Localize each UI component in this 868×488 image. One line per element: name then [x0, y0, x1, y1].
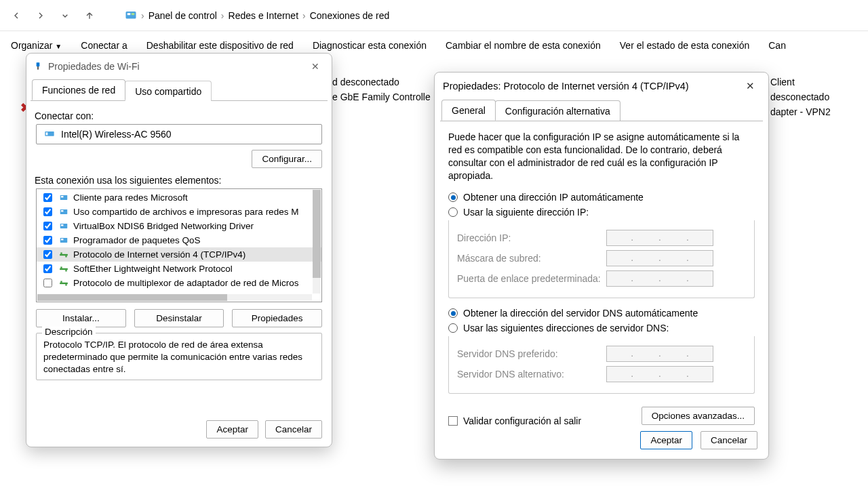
- component-label: SoftEther Lightweight Network Protocol: [73, 264, 233, 274]
- uninstall-button[interactable]: Desinstalar: [134, 309, 224, 327]
- components-list[interactable]: Cliente para redes MicrosoftUso comparti…: [36, 188, 322, 302]
- component-row[interactable]: Cliente para redes Microsoft: [37, 190, 321, 205]
- adapter-field: Intel(R) Wireless-AC 9560: [36, 124, 322, 144]
- dialog-title: Propiedades de Wi-Fi: [48, 61, 140, 72]
- ipv4-dialog-title: Propiedades: Protocolo de Internet versi…: [443, 81, 689, 92]
- tab-sharing[interactable]: Uso compartido: [125, 81, 212, 101]
- component-checkbox[interactable]: [43, 264, 52, 273]
- service-icon: [58, 207, 69, 217]
- protocol-icon: [58, 250, 69, 260]
- ipv4-cancel-button[interactable]: Cancelar: [701, 431, 757, 449]
- install-button[interactable]: Instalar...: [36, 309, 126, 327]
- input-dns-alternate: ...: [606, 366, 713, 382]
- svg-rect-14: [61, 239, 64, 240]
- svg-rect-2: [132, 13, 135, 15]
- scrollbar-thumb-horizontal[interactable]: [37, 294, 227, 301]
- tab-general[interactable]: General: [441, 100, 496, 121]
- input-dns-preferred: ...: [606, 346, 713, 362]
- component-checkbox[interactable]: [43, 193, 52, 202]
- crumb-network-connections[interactable]: Conexiones de red: [310, 10, 390, 21]
- checkbox-icon: [448, 416, 458, 426]
- advanced-options-button[interactable]: Opciones avanzadas...: [642, 407, 755, 425]
- protocol-icon: [58, 279, 69, 288]
- up-button[interactable]: [80, 6, 99, 25]
- input-gateway: ...: [606, 270, 713, 287]
- component-label: Uso compartido de archivos e impresoras …: [73, 207, 298, 217]
- input-ip-address: ...: [606, 230, 713, 246]
- radio-manual-ip[interactable]: Usar la siguiente dirección IP:: [448, 207, 755, 218]
- connect-using-label: Conectar con:: [35, 110, 323, 121]
- radio-dot-icon: [448, 323, 458, 333]
- svg-rect-20: [65, 270, 66, 271]
- component-row[interactable]: VirtualBox NDIS6 Bridged Networking Driv…: [37, 219, 321, 233]
- toolbar-disable-device[interactable]: Deshabilitar este dispositivo de red: [146, 40, 294, 51]
- svg-rect-8: [61, 196, 64, 197]
- back-button[interactable]: [7, 6, 26, 25]
- nic-icon: [43, 129, 56, 140]
- service-icon: [58, 222, 69, 231]
- history-dropdown[interactable]: [56, 6, 75, 25]
- manual-dns-group: Servidor DNS preferido: ... Servidor DNS…: [448, 336, 755, 394]
- toolbar-status[interactable]: Ver el estado de esta conexión: [620, 40, 749, 51]
- label-dns-preferred: Servidor DNS preferido:: [457, 348, 606, 359]
- svg-rect-21: [60, 282, 68, 283]
- component-label: VirtualBox NDIS6 Bridged Networking Driv…: [73, 221, 254, 231]
- label-ip-address: Dirección IP:: [457, 232, 606, 243]
- description-group: Descripción Protocolo TCP/IP. El protoco…: [36, 333, 322, 380]
- wifi-ok-button[interactable]: Aceptar: [206, 420, 258, 439]
- adapter-icon: [33, 60, 43, 73]
- toolbar-connect-to[interactable]: Conectar a: [81, 40, 127, 51]
- ipv4-close-button[interactable]: ✕: [740, 76, 760, 96]
- radio-dot-icon: [448, 207, 458, 217]
- bg-adapter-middle: d desconectado e GbE Family Controlle: [332, 75, 431, 104]
- component-checkbox[interactable]: [43, 236, 52, 245]
- explorer-nav: › Panel de control › Redes e Internet › …: [0, 0, 868, 31]
- svg-rect-17: [65, 256, 66, 257]
- svg-rect-12: [61, 224, 64, 226]
- radio-dot-icon: [448, 308, 458, 318]
- component-checkbox[interactable]: [43, 222, 52, 230]
- svg-rect-6: [46, 132, 48, 135]
- toolbar-organize[interactable]: Organizar ▼: [11, 40, 62, 51]
- component-checkbox[interactable]: [43, 250, 52, 259]
- adapter-name: Intel(R) Wireless-AC 9560: [61, 129, 172, 140]
- component-row[interactable]: SoftEther Lightweight Network Protocol: [37, 262, 321, 276]
- tab-alternate-config[interactable]: Configuración alternativa: [495, 100, 620, 121]
- toolbar-rename[interactable]: Cambiar el nombre de esta conexión: [446, 40, 601, 51]
- scrollbar-thumb-vertical[interactable]: [313, 190, 321, 278]
- wifi-cancel-button[interactable]: Cancelar: [265, 420, 322, 439]
- svg-rect-15: [60, 253, 68, 255]
- component-row[interactable]: Programador de paquetes QoS: [37, 233, 321, 247]
- toolbar-diagnose[interactable]: Diagnosticar esta conexión: [313, 40, 427, 51]
- component-row[interactable]: Protocolo de multiplexor de adaptador de…: [37, 276, 321, 290]
- radio-auto-dns[interactable]: Obtener la dirección del servidor DNS au…: [448, 308, 755, 319]
- label-subnet-mask: Máscara de subred:: [457, 253, 606, 264]
- svg-rect-3: [37, 62, 40, 66]
- configure-button[interactable]: Configurar...: [252, 150, 322, 168]
- toolbar-change[interactable]: Can: [768, 40, 786, 51]
- ipv4-explain-text: Puede hacer que la configuración IP se a…: [448, 131, 755, 182]
- ipv4-ok-button[interactable]: Aceptar: [640, 431, 692, 449]
- svg-rect-4: [37, 66, 39, 70]
- radio-auto-ip[interactable]: Obtener una dirección IP automáticamente: [448, 192, 755, 203]
- close-button[interactable]: ✕: [306, 57, 325, 76]
- component-row[interactable]: Protocolo de Internet versión 4 (TCP/IPv…: [37, 247, 321, 262]
- radio-manual-dns[interactable]: Usar las siguientes direcciones de servi…: [448, 323, 755, 333]
- description-text: Protocolo TCP/IP. El protocolo de red de…: [43, 339, 315, 375]
- properties-button[interactable]: Propiedades: [232, 309, 322, 327]
- control-panel-icon: [125, 9, 137, 22]
- bg-adapter-right: Client desconectado dapter - VPN2: [770, 75, 831, 119]
- component-checkbox[interactable]: [43, 279, 52, 287]
- breadcrumb[interactable]: › Panel de control › Redes e Internet › …: [125, 9, 389, 22]
- components-label: Esta conexión usa los siguientes element…: [35, 175, 323, 186]
- checkbox-validate-on-exit[interactable]: Validar configuración al salir: [448, 415, 581, 426]
- forward-button[interactable]: [31, 6, 50, 25]
- ipv4-properties-dialog: Propiedades: Protocolo de Internet versi…: [434, 72, 769, 460]
- crumb-control-panel[interactable]: Panel de control: [149, 10, 217, 21]
- component-row[interactable]: Uso compartido de archivos e impresoras …: [37, 205, 321, 219]
- component-checkbox[interactable]: [43, 207, 52, 216]
- crumb-network-internet[interactable]: Redes e Internet: [229, 10, 299, 21]
- tab-network-functions[interactable]: Funciones de red: [32, 79, 125, 100]
- component-label: Programador de paquetes QoS: [73, 235, 201, 245]
- component-label: Cliente para redes Microsoft: [73, 192, 188, 203]
